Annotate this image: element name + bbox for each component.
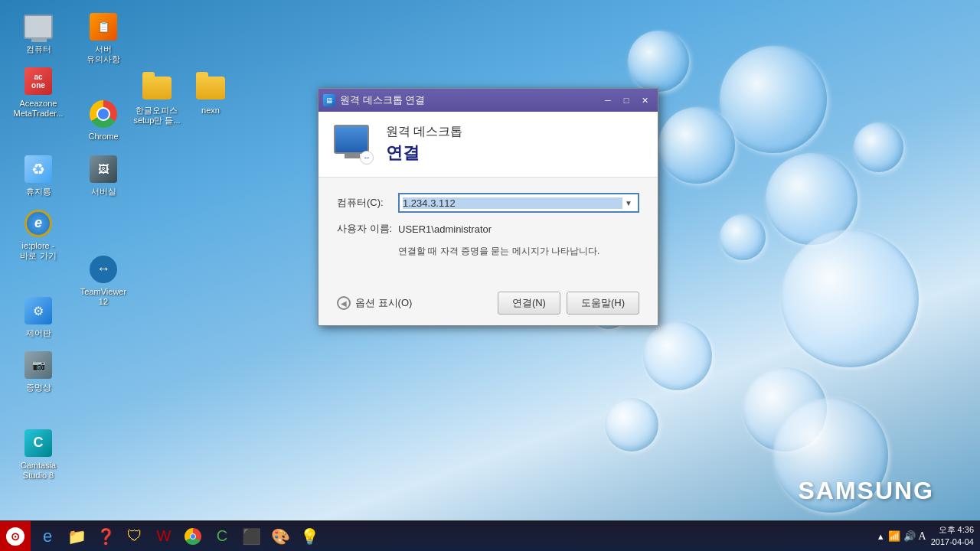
aceone-icon-label: AceazoneMetaTrader... [13, 99, 63, 119]
rdp-main-title: 연결 [386, 142, 462, 165]
computer-input[interactable] [403, 197, 622, 209]
start-button[interactable]: ⊙ [0, 521, 31, 552]
samsung-logo: SAMSUNG [798, 477, 934, 505]
desktop-icon-control[interactable]: ⚙ 제어판 [8, 292, 69, 342]
taskbar-green-icon[interactable]: C [208, 523, 236, 549]
taskbar-notification-icons: ▲ 📶 🔊 A [877, 530, 926, 543]
camtasia-icon: C [23, 428, 54, 458]
desktop-icon-hangul[interactable]: 한글오피스setup만 들... [126, 69, 188, 129]
server-room-icon: 🖼 [88, 154, 119, 184]
minimize-button[interactable]: ─ [599, 93, 616, 108]
bubble-decoration [605, 398, 658, 452]
start-icon: ⊙ [6, 527, 24, 546]
taskbar-help-icon[interactable]: ❓ [92, 523, 119, 549]
rdp-title-icon: 🖥 [323, 94, 335, 106]
taskbar-ie-icon[interactable]: e [34, 523, 61, 549]
rdp-titlebar[interactable]: 🖥 원격 데스크톱 연결 ─ □ ✕ [318, 89, 658, 112]
desktop-icon-server-info[interactable]: 📋 서버유의사항 [73, 8, 134, 68]
teamviewer-icon-label: TeamViewer12 [80, 287, 126, 307]
taskbar-system-tray: ▲ 📶 🔊 A 오후 4:36 2017-04-04 [871, 524, 980, 548]
clock-time: 오후 4:36 [931, 524, 974, 536]
bubble-decoration [781, 230, 919, 367]
taskbar-volume-icon[interactable]: 🔊 [903, 530, 916, 542]
rdp-icon-badge: ↔ [360, 151, 374, 165]
computer-input-wrapper[interactable]: ▼ [398, 193, 639, 213]
recycle-icon: ♻ [23, 154, 54, 184]
desktop-icon-ie[interactable]: e ie:plore -바로 가기 [8, 204, 69, 265]
bubble-decoration [643, 321, 712, 390]
bubble-decoration [658, 107, 735, 184]
options-circle-icon: ◀ [337, 296, 351, 310]
nexn-icon-label: nexn [201, 106, 220, 116]
taskbar-chrome-icon[interactable] [179, 523, 207, 549]
desktop-icon-chrome[interactable]: Chrome [73, 95, 134, 145]
rdp-title-left: 🖥 원격 데스크톱 연결 [323, 93, 425, 107]
screenshot-icon: 📷 [23, 350, 54, 380]
server-info-label: 서버유의사항 [87, 44, 120, 64]
control-icon: ⚙ [23, 295, 54, 326]
rdp-dialog-header: ↔ 원격 데스크톱 연결 [318, 112, 658, 178]
monitor-icon [334, 125, 369, 154]
computer-icon [23, 11, 54, 42]
bubble-decoration [628, 31, 689, 92]
rdp-dialog: 🖥 원격 데스크톱 연결 ─ □ ✕ ↔ 원격 데스크톱 연결 [318, 88, 658, 326]
options-button[interactable]: ◀ 옵션 표시(O) [337, 296, 412, 310]
taskbar-office-icon[interactable]: W [150, 523, 178, 549]
ie-icon: e [23, 208, 54, 239]
hangul-icon-label: 한글오피스setup만 들... [133, 106, 180, 126]
rdp-action-buttons: 연결(N) 도움말(H) [498, 292, 639, 315]
screenshot-icon-label: 증명상 [26, 383, 51, 393]
desktop-icon-aceone[interactable]: acone AceazoneMetaTrader... [8, 62, 69, 122]
taskbar-explorer-icon[interactable]: 📁 [63, 523, 90, 549]
taskbar: ⊙ e 📁 ❓ 🛡 W C ⬛ 🎨 💡 ▲ 📶 🔊 [0, 520, 980, 551]
server-room-label: 서버실 [91, 187, 116, 197]
taskbar-signal-icon: 📶 [888, 530, 900, 542]
computer-dropdown-button[interactable]: ▼ [622, 197, 635, 209]
recycle-icon-label: 휴지통 [26, 187, 51, 197]
taskbar-font-icon[interactable]: A [919, 530, 926, 543]
rdp-dialog-body: 컴퓨터(C): ▼ 사용자 이름: USER1\administrator 연결… [318, 178, 658, 285]
close-button[interactable]: ✕ [636, 93, 653, 108]
taskbar-arrow-up-icon[interactable]: ▲ [877, 532, 885, 541]
server-info-icon: 📋 [88, 11, 119, 42]
desktop-icon-server-room[interactable]: 🖼 서버실 [73, 150, 134, 201]
desktop-icon-teamviewer[interactable]: ↔ TeamViewer12 [73, 250, 134, 311]
desktop-icon-nexn[interactable]: nexn [180, 69, 241, 119]
desktop-icon-recycle[interactable]: ♻ 휴지통 [8, 150, 69, 201]
clock-date: 2017-04-04 [931, 536, 974, 548]
folder-icon-area: 한글오피스setup만 들... [126, 69, 188, 129]
rdp-header-icon: ↔ [334, 125, 374, 165]
computer-label: 컴퓨터(C): [337, 196, 398, 210]
desktop-icon-camtasia[interactable]: C CamtasiaStudio 8 [8, 424, 69, 484]
rdp-title-text: 원격 데스크톱 연결 [340, 93, 425, 107]
taskbar-shield-icon[interactable]: 🛡 [121, 523, 149, 549]
desktop: 컴퓨터 acone AceazoneMetaTrader... ♻ 휴지통 e … [0, 0, 980, 551]
desktop-icon-computer[interactable]: 컴퓨터 [8, 8, 69, 58]
desktop-icon-screenshot[interactable]: 📷 증명상 [8, 346, 69, 396]
connect-button[interactable]: 연결(N) [498, 292, 560, 315]
taskbar-black-icon[interactable]: ⬛ [237, 523, 265, 549]
bubble-decoration [720, 214, 766, 260]
ie-icon-label: ie:plore -바로 가기 [20, 241, 56, 261]
rdp-dialog-footer: ◀ 옵션 표시(O) 연결(N) 도움말(H) [318, 285, 658, 325]
taskbar-blue-icon[interactable]: 💡 [296, 523, 323, 549]
rdp-subtitle: 원격 데스크톱 [386, 124, 462, 140]
help-button[interactable]: 도움말(H) [567, 292, 639, 315]
chrome-icon [88, 99, 119, 129]
maximize-button[interactable]: □ [618, 93, 635, 108]
rdp-notice-text: 연결할 때 자격 증명을 묻는 메시지가 나타납니다. [398, 245, 639, 258]
bubble-decoration [854, 122, 903, 172]
bubble-decoration [720, 46, 827, 153]
taskbar-items: e 📁 ❓ 🛡 W C ⬛ 🎨 💡 [31, 523, 871, 549]
rdp-header-text: 원격 데스크톱 연결 [386, 124, 462, 165]
username-value: USER1\administrator [398, 223, 492, 235]
nexn-icon [195, 73, 226, 103]
aceone-icon: acone [23, 66, 54, 96]
chrome-icon-label: Chrome [88, 132, 118, 142]
teamviewer-icon: ↔ [88, 254, 119, 285]
taskbar-paint-icon[interactable]: 🎨 [266, 523, 294, 549]
hangul-icon [142, 73, 172, 103]
taskbar-clock[interactable]: 오후 4:36 2017-04-04 [931, 524, 974, 548]
username-field-row: 사용자 이름: USER1\administrator [337, 222, 639, 236]
control-icon-label: 제어판 [26, 328, 51, 338]
